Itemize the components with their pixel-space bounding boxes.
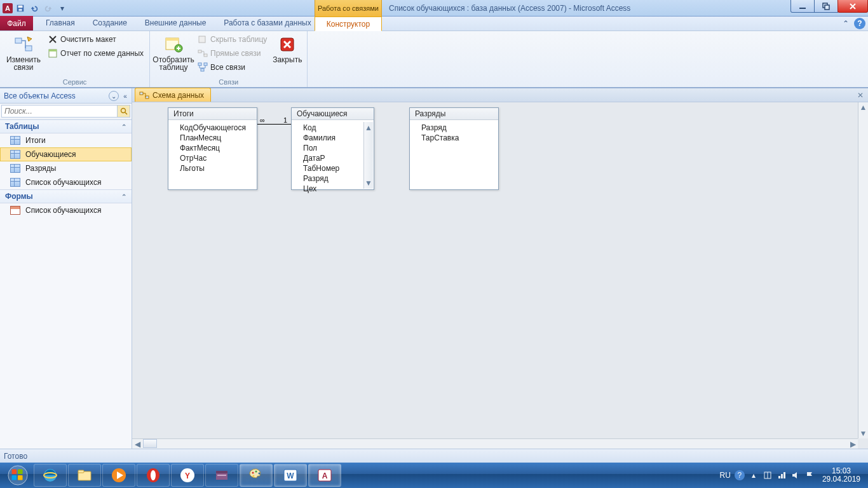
field[interactable]: Фамилия <box>302 133 362 143</box>
taskbar-yandex[interactable]: Y <box>171 464 204 487</box>
relationship-many: ∞ <box>260 116 265 124</box>
nav-item-form-spisok[interactable]: Список обучающихся <box>0 203 132 217</box>
table-icon <box>10 150 20 159</box>
search-input[interactable] <box>1 105 118 118</box>
search-button[interactable] <box>118 105 130 118</box>
close-icon <box>277 34 297 55</box>
nav-item-itogi[interactable]: Итоги <box>0 133 132 147</box>
nav-dropdown-icon[interactable]: ⌄ <box>109 91 119 101</box>
redo-icon[interactable] <box>42 2 55 15</box>
svg-point-40 <box>252 472 254 474</box>
chevron-up-icon: ⌃ <box>121 193 126 200</box>
scroll-down-icon[interactable]: ▼ <box>365 177 372 189</box>
qat-dropdown-icon[interactable]: ▾ <box>56 2 69 15</box>
field[interactable]: ПланМесяц <box>179 133 254 143</box>
taskbar-paint[interactable] <box>240 464 273 487</box>
canvas-scrollbar-h[interactable]: ◀ ▶ <box>132 438 858 449</box>
taskbar-winrar[interactable] <box>205 464 238 487</box>
field[interactable]: Разряд <box>302 173 362 184</box>
tab-file[interactable]: Файл <box>0 16 33 30</box>
svg-rect-14 <box>198 50 201 53</box>
field[interactable]: Цех <box>302 184 362 194</box>
field[interactable]: ТарСтавка <box>420 133 496 143</box>
taskbar-word[interactable]: W <box>274 464 307 487</box>
taskbar-opera[interactable] <box>137 464 170 487</box>
nav-item-razryady[interactable]: Разряды <box>0 161 132 175</box>
tab-constructor[interactable]: Конструктор <box>315 17 382 31</box>
tab-database-tools[interactable]: Работа с базами данных <box>215 16 320 30</box>
close-button[interactable] <box>837 0 868 13</box>
nav-item-spisok[interactable]: Список обучающихся <box>0 175 132 189</box>
scroll-down-icon[interactable]: ▼ <box>858 428 868 438</box>
direct-relations-button[interactable]: Прямые связи <box>196 47 269 60</box>
nav-header[interactable]: Все объекты Access ⌄ « <box>0 88 132 104</box>
tray-chevron-icon[interactable]: ▴ <box>749 470 759 480</box>
volume-icon[interactable] <box>790 470 801 480</box>
doc-close-button[interactable]: ✕ <box>855 90 865 100</box>
edit-relations-button[interactable]: Изменить связи <box>4 33 43 72</box>
scroll-thumb[interactable] <box>143 439 157 448</box>
field[interactable]: Льготы <box>179 163 254 173</box>
scroll-up-icon[interactable]: ▲ <box>365 122 372 133</box>
svg-point-42 <box>259 473 261 475</box>
field[interactable]: ДатаР <box>302 153 362 163</box>
scroll-up-icon[interactable]: ▲ <box>858 102 868 112</box>
field[interactable]: ОтрЧас <box>179 153 254 163</box>
svg-rect-38 <box>216 471 227 473</box>
table-box-header: Итоги <box>168 108 257 120</box>
help-tray-icon[interactable]: ? <box>735 470 745 480</box>
undo-icon[interactable] <box>28 2 41 15</box>
field[interactable]: ТабНомер <box>302 163 362 173</box>
scrollbar[interactable]: ▲▼ <box>363 122 373 189</box>
taskbar-mediaplayer[interactable] <box>102 464 135 487</box>
nav-collapse-icon[interactable]: « <box>120 91 130 101</box>
hide-table-button[interactable]: Скрыть таблицу <box>196 33 269 46</box>
field[interactable]: Пол <box>302 143 362 153</box>
tray-lang[interactable]: RU <box>720 471 731 480</box>
network-icon[interactable] <box>776 470 787 480</box>
flag-icon[interactable] <box>804 470 815 480</box>
field[interactable]: Разряд <box>420 123 496 133</box>
tab-external-data[interactable]: Внешние данные <box>136 16 215 30</box>
svg-rect-26 <box>12 475 17 480</box>
group-label-tools: Сервис <box>0 78 149 87</box>
taskbar-explorer[interactable] <box>68 464 101 487</box>
nav-category-tables[interactable]: Таблицы⌃ <box>0 119 132 133</box>
tab-create[interactable]: Создание <box>84 16 136 30</box>
table-box-obuchayushchiesya[interactable]: Обучающиеся Код Фамилия Пол ДатаР ТабНом… <box>291 107 374 190</box>
field[interactable]: ФактМесяц <box>179 143 254 153</box>
canvas-scrollbar-v[interactable]: ▲ ▼ <box>858 102 868 438</box>
scroll-right-icon[interactable]: ▶ <box>848 439 858 449</box>
relationship-line[interactable] <box>257 124 291 125</box>
all-relations-button[interactable]: Все связи <box>196 61 269 74</box>
nav-category-forms[interactable]: Формы⌃ <box>0 189 132 203</box>
minimize-button[interactable] <box>790 0 815 13</box>
nav-item-obuchayushchiesya[interactable]: Обучающиеся <box>0 147 132 161</box>
show-table-button[interactable]: Отобразить таблицу <box>154 33 193 72</box>
app-icon[interactable]: A <box>3 3 13 13</box>
relation-report-button[interactable]: Отчет по схеме данных <box>46 47 146 60</box>
group-label-relations: Связи <box>150 78 307 87</box>
save-icon[interactable] <box>14 2 27 15</box>
field[interactable]: КодОбучающегося <box>179 123 254 133</box>
maximize-button[interactable] <box>814 0 838 13</box>
table-box-itogi[interactable]: Итоги КодОбучающегося ПланМесяц ФактМеся… <box>168 107 257 190</box>
tray-clock[interactable]: 15:03 29.04.2019 <box>818 467 864 484</box>
doc-tab-schema[interactable]: Схема данных <box>135 88 211 102</box>
tab-home[interactable]: Главная <box>37 16 84 30</box>
start-button[interactable] <box>3 464 33 487</box>
clear-layout-button[interactable]: Очистить макет <box>46 33 146 46</box>
hide-table-icon <box>198 34 208 44</box>
field-primary-key[interactable]: Код <box>302 123 362 133</box>
collapse-ribbon-icon[interactable]: ⌃ <box>840 18 851 29</box>
taskbar-ie[interactable] <box>34 464 67 487</box>
svg-rect-51 <box>783 472 785 478</box>
help-icon[interactable]: ? <box>854 18 865 29</box>
relationships-canvas[interactable]: Итоги КодОбучающегося ПланМесяц ФактМеся… <box>132 102 868 449</box>
close-relations-button[interactable]: Закрыть <box>271 33 303 65</box>
action-center-icon[interactable] <box>763 470 773 480</box>
table-box-razryady[interactable]: Разряды Разряд ТарСтавка <box>409 107 499 190</box>
svg-rect-21 <box>140 92 143 95</box>
scroll-left-icon[interactable]: ◀ <box>132 439 142 449</box>
taskbar-access[interactable]: A <box>308 464 341 487</box>
